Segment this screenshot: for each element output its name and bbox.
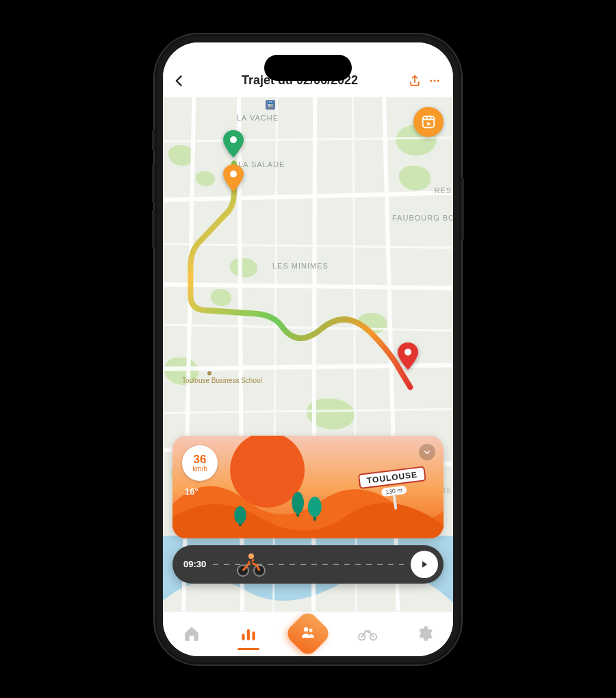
play-icon xyxy=(420,560,429,569)
svg-point-3 xyxy=(230,136,237,143)
phone-mute-switch xyxy=(152,130,155,151)
stats-icon xyxy=(240,625,257,643)
trip-info-card[interactable]: 36 km/h 16° TOULOUSE 130 m xyxy=(172,436,444,538)
phone-power-button xyxy=(461,178,464,240)
svg-rect-6 xyxy=(423,116,435,127)
chevron-down-icon xyxy=(423,448,431,456)
phone-volume-up xyxy=(152,164,155,203)
start-pin[interactable] xyxy=(223,130,244,158)
phone-screen: Trajet du 02/06/2022 xyxy=(163,42,453,656)
svg-point-16 xyxy=(248,553,254,559)
moto-icon xyxy=(357,625,378,643)
dynamic-island xyxy=(264,55,352,81)
video-replay-button[interactable] xyxy=(413,107,444,137)
svg-rect-17 xyxy=(242,634,245,640)
more-button[interactable] xyxy=(428,75,441,87)
nav-moto[interactable] xyxy=(352,619,383,649)
svg-point-11 xyxy=(308,497,322,517)
gear-icon xyxy=(415,625,433,643)
nav-home[interactable] xyxy=(177,619,207,649)
phone-volume-down xyxy=(152,210,155,248)
timeline-time: 09:30 xyxy=(183,559,206,569)
speed-unit: km/h xyxy=(192,465,207,473)
moto-marker[interactable] xyxy=(236,550,266,577)
share-button[interactable] xyxy=(408,74,422,88)
map-view[interactable]: LA VACHE LA SALADE LES MINIMES FAUBOURG … xyxy=(163,97,453,611)
svg-rect-19 xyxy=(253,632,255,640)
svg-point-2 xyxy=(437,79,439,82)
back-button[interactable] xyxy=(163,64,196,97)
city-sign: TOULOUSE 130 m xyxy=(357,466,429,514)
svg-point-4 xyxy=(230,171,237,177)
social-icon xyxy=(300,624,316,640)
svg-point-5 xyxy=(405,349,411,356)
speed-badge: 36 km/h xyxy=(182,445,218,481)
ellipsis-icon xyxy=(428,75,441,87)
svg-point-13 xyxy=(234,506,246,524)
svg-point-20 xyxy=(304,627,308,632)
speed-value: 36 xyxy=(194,453,207,465)
nav-social[interactable] xyxy=(284,610,333,656)
bottom-nav xyxy=(163,611,453,656)
timeline-bar[interactable]: 09:30 xyxy=(172,545,444,584)
motorcycle-icon xyxy=(236,550,266,577)
temperature-value: 16° xyxy=(185,486,198,497)
svg-point-21 xyxy=(309,628,312,632)
nav-stats[interactable] xyxy=(233,619,264,649)
play-button[interactable] xyxy=(411,551,438,578)
nav-settings[interactable] xyxy=(409,619,439,649)
share-icon xyxy=(408,74,422,88)
end-pin[interactable] xyxy=(398,342,418,370)
svg-point-0 xyxy=(430,79,432,82)
phone-frame: Trajet du 02/06/2022 xyxy=(155,34,461,664)
chevron-left-icon xyxy=(172,74,186,88)
collapse-card-button[interactable] xyxy=(419,444,435,460)
home-icon xyxy=(183,625,201,643)
video-reel-icon xyxy=(421,114,436,129)
svg-rect-18 xyxy=(247,630,250,640)
timeline-track[interactable] xyxy=(213,564,404,565)
checkpoint-pin[interactable] xyxy=(223,164,244,192)
svg-point-9 xyxy=(292,492,304,514)
svg-point-1 xyxy=(434,79,436,82)
